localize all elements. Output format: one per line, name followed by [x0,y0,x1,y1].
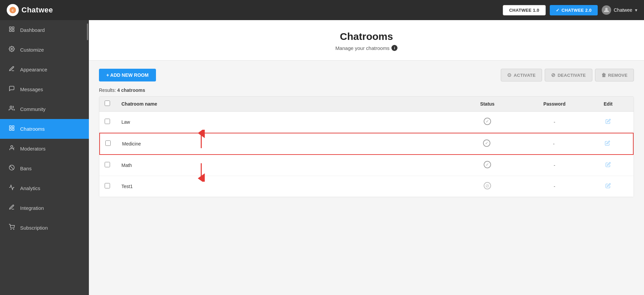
activate-button[interactable]: ⊙ ACTIVATE [501,69,542,81]
sidebar-item-dashboard[interactable]: Dashboard [0,20,89,40]
edit-button[interactable] [603,182,613,190]
subscription-icon [8,224,15,232]
select-all-checkbox[interactable] [105,101,110,106]
user-menu[interactable]: Chatwee ▾ [602,5,637,15]
svg-rect-11 [9,129,11,130]
main-content: Chatrooms Manage your chatrooms i + ADD … [89,20,644,295]
room-edit-cell [588,161,628,169]
table-row: Law - [99,112,634,133]
room-name: Medicine [122,141,453,146]
community-icon [8,105,15,113]
chatrooms-icon [8,125,15,133]
row-checkbox-cell [105,162,121,169]
link-icon: ⊘ [551,72,555,78]
content-area: + ADD NEW ROOM ⊙ ACTIVATE ⊘ DEACTIVATE 🗑… [89,61,644,205]
table-row: Medicine - [99,133,634,155]
svg-rect-4 [12,27,14,28]
subtitle-text: Manage your chatrooms [335,45,390,51]
row-checkbox-cell [105,119,121,125]
room-status [454,161,521,170]
sidebar-label: Chatrooms [20,126,45,132]
svg-rect-6 [12,30,14,32]
sidebar-label: Moderators [20,146,46,152]
edit-button[interactable] [603,140,612,148]
toggle-icon: ⊙ [507,72,512,78]
table-wrapper: Chatroom name Status Password Edit Law [99,96,634,197]
row-checkbox[interactable] [105,162,110,167]
toolbar: + ADD NEW ROOM ⊙ ACTIVATE ⊘ DEACTIVATE 🗑… [99,69,634,81]
scroll-indicator [87,23,88,40]
chatwee-v1-button[interactable]: CHATWEE 1.0 [503,5,546,15]
room-password: - [520,141,587,146]
sidebar-item-customize[interactable]: Customize [0,40,89,60]
logo-text: Chatwee [21,6,53,14]
svg-point-13 [11,145,13,148]
sidebar-label: Integration [20,205,44,211]
name-header: Chatroom name [121,101,454,107]
sidebar-item-community[interactable]: Community [0,99,89,119]
edit-button[interactable] [603,161,613,169]
room-status [453,139,520,148]
password-header: Password [521,101,588,107]
info-icon[interactable]: i [391,45,397,51]
dropdown-arrow-icon: ▾ [635,7,637,13]
logo-area: c Chatwee [7,4,53,16]
user-name: Chatwee [614,7,632,13]
status-active-icon [484,118,491,125]
row-checkbox[interactable] [105,183,110,188]
edit-button[interactable] [603,118,613,126]
table-row: Math - [99,155,634,176]
svg-line-15 [10,166,14,170]
dashboard-icon [8,26,15,34]
sidebar-item-appearance[interactable]: Appearance [0,60,89,79]
sidebar-item-messages[interactable]: Messages [0,79,89,99]
integration-icon [8,204,15,212]
room-edit-cell [588,182,628,190]
checkmark-icon: ✓ [556,8,559,13]
status-active-icon [483,139,490,147]
sidebar-label: Subscription [20,225,48,231]
svg-point-17 [13,229,14,230]
results-count-text: Results: 4 chatrooms [99,87,634,93]
room-password: - [521,163,588,168]
table-header: Chatroom name Status Password Edit [99,97,634,112]
sidebar-label: Bans [20,166,32,171]
sidebar-item-integration[interactable]: Integration [0,198,89,218]
room-edit-cell [587,140,628,148]
add-new-room-button[interactable]: + ADD NEW ROOM [99,69,156,81]
status-active-icon [484,161,491,168]
svg-text:c: c [12,8,14,12]
sidebar-item-subscription[interactable]: Subscription [0,218,89,238]
room-password: - [521,119,588,125]
svg-point-16 [11,229,11,230]
action-buttons-group: ⊙ ACTIVATE ⊘ DEACTIVATE 🗑 REMOVE [501,69,634,81]
topnav-actions: CHATWEE 1.0 ✓ CHATWEE 2.0 Chatwee ▾ [503,5,637,15]
v2-label: CHATWEE 2.0 [561,8,592,13]
row-checkbox[interactable] [105,140,111,146]
deactivate-label: DEACTIVATE [557,73,586,78]
deactivate-button[interactable]: ⊘ DEACTIVATE [545,69,592,81]
sidebar-item-bans[interactable]: Bans [0,159,89,178]
moderators-icon [8,145,15,153]
remove-button[interactable]: 🗑 REMOVE [595,69,634,81]
sidebar-item-analytics[interactable]: Analytics [0,178,89,198]
sidebar-item-chatrooms[interactable]: Chatrooms [0,119,89,139]
row-checkbox[interactable] [105,119,110,124]
select-all-cell [105,101,121,107]
row-checkbox-cell [105,183,121,190]
top-navigation: c Chatwee CHATWEE 1.0 ✓ CHATWEE 2.0 Chat… [0,0,644,20]
sidebar-label: Customize [20,47,44,53]
row-checkbox-cell [105,140,122,147]
logo-icon: c [7,4,19,16]
room-name: Math [121,163,454,168]
trash-icon: 🗑 [601,72,606,78]
room-edit-cell [588,118,628,126]
svg-rect-5 [9,30,11,32]
svg-rect-3 [9,27,11,28]
remove-label: REMOVE [608,73,628,78]
page-header: Chatrooms Manage your chatrooms i [89,20,644,61]
sidebar-item-moderators[interactable]: Moderators [0,139,89,159]
chatwee-v2-button[interactable]: ✓ CHATWEE 2.0 [550,5,598,15]
analytics-icon [8,184,15,192]
sidebar-label: Analytics [20,185,40,191]
